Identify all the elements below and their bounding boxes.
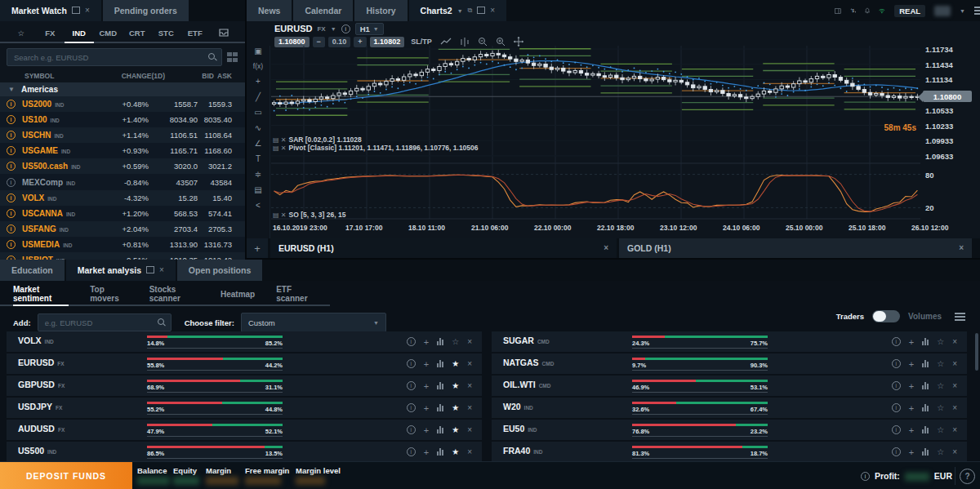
sentiment-row-sugar[interactable]: SUGARCMD24.3%75.7%i+☆× (492, 331, 967, 352)
market-watch-row-uschn[interactable]: iUSCHNIND+1.14%1106.511108.64 (0, 127, 245, 143)
open-chart-icon[interactable] (437, 426, 443, 433)
remove-icon[interactable]: × (952, 404, 957, 412)
info-icon[interactable]: i (892, 425, 901, 434)
info-icon[interactable]: i (407, 447, 416, 456)
info-icon[interactable]: i (407, 337, 416, 346)
indicators-icon[interactable]: ≑ (255, 171, 261, 179)
help-icon[interactable]: ? (960, 469, 975, 484)
add-icon[interactable]: + (424, 359, 429, 369)
open-chart-icon[interactable] (922, 426, 929, 433)
sentiment-row-eu50[interactable]: EU50IND76.8%23.2%i+☆× (492, 420, 967, 440)
open-chart-icon[interactable] (922, 382, 929, 389)
add-icon[interactable]: + (424, 403, 429, 413)
market-watch-row-volx[interactable]: iVOLXIND-4.32%15.2815.40 (0, 190, 245, 206)
remove-icon[interactable]: × (952, 338, 957, 346)
sltp-button[interactable]: SL/TP (411, 38, 432, 46)
menu-icon[interactable] (974, 7, 980, 8)
filter-tab-ind[interactable]: IND (65, 24, 94, 42)
favorite-star-icon[interactable]: ★ (452, 381, 459, 390)
market-watch-row-usmedia[interactable]: iUSMEDIAIND+0.81%1313.901316.73 (0, 237, 245, 252)
col-ask[interactable]: ASK (214, 72, 238, 80)
view-switch-icon[interactable] (227, 52, 238, 62)
sar-indicator-label[interactable]: ▤ ✕SAR [0.02,0.2] 1.11028 (273, 136, 362, 144)
info-icon[interactable]: i (892, 381, 901, 390)
instrument-info-icon[interactable]: i (7, 193, 16, 202)
add-icon[interactable]: + (909, 425, 914, 435)
tab-education[interactable]: Education (0, 260, 65, 281)
popout-icon[interactable]: ⧉ (468, 7, 473, 15)
chart-plot-area[interactable] (271, 46, 920, 220)
subtab-top-movers[interactable]: Top movers (90, 283, 127, 305)
close-icon[interactable]: × (85, 7, 90, 15)
instrument-info-icon[interactable]: i (7, 131, 16, 140)
open-chart-icon[interactable] (437, 382, 443, 389)
filter-tab-etf[interactable]: ETF (180, 24, 210, 42)
chart-tab-gold[interactable]: GOLD (H1) × (619, 238, 972, 258)
traders-volumes-toggle[interactable] (872, 310, 900, 322)
popout-icon[interactable] (146, 266, 154, 273)
info-icon[interactable]: i (407, 381, 416, 390)
share-icon[interactable]: < (256, 202, 261, 210)
favorite-star-icon[interactable]: ☆ (452, 337, 459, 346)
fx-icon[interactable]: f(x) (253, 63, 263, 70)
new-chart-button[interactable]: + (247, 238, 268, 258)
instrument-info-icon[interactable]: i (7, 178, 16, 187)
objects-icon[interactable]: ▤ (254, 186, 261, 194)
profit-info-icon[interactable]: i (861, 472, 870, 481)
favorite-star-icon[interactable]: ☆ (937, 359, 944, 368)
tab-market-watch[interactable]: Market Watch × (0, 0, 101, 21)
info-icon[interactable]: i (892, 359, 901, 368)
info-icon[interactable]: i (407, 359, 416, 368)
open-chart-icon[interactable] (922, 360, 929, 367)
instrument-info-icon[interactable]: i (7, 146, 16, 155)
add-icon[interactable]: + (909, 403, 914, 413)
favorites-filter[interactable]: ☆ (7, 24, 36, 42)
sentiment-row-volx[interactable]: VOLXIND14.8%85.2%i+☆× (7, 331, 482, 352)
so-indicator-label[interactable]: ▤ ✕SO [5, 3, 3] 26, 15 (273, 211, 345, 219)
bell-icon[interactable] (865, 6, 870, 16)
maximize-icon[interactable] (477, 7, 485, 14)
filter-tab-stc[interactable]: STC (152, 24, 181, 42)
deposit-funds-button[interactable]: DEPOSIT FUNDS (0, 462, 132, 489)
open-chart-icon[interactable] (437, 448, 443, 456)
favorite-star-icon[interactable]: ☆ (937, 403, 944, 412)
remove-icon[interactable]: × (467, 426, 472, 434)
sentiment-row-w20[interactable]: W20IND32.6%67.4%i+☆× (492, 398, 967, 418)
subtab-market-sentiment[interactable]: Market sentiment (13, 283, 69, 305)
subtab-heatmap[interactable]: Heatmap (220, 283, 255, 305)
tab-open-positions[interactable]: Open positions (177, 260, 262, 281)
open-chart-icon[interactable] (437, 360, 443, 367)
filter-tab-cmd[interactable]: CMD (94, 24, 123, 42)
open-chart-icon[interactable] (922, 404, 929, 411)
col-symbol[interactable]: SYMBOL (7, 72, 114, 80)
add-icon[interactable]: + (424, 381, 429, 391)
close-icon[interactable]: × (959, 244, 964, 252)
close-icon[interactable]: × (604, 244, 608, 252)
remove-icon[interactable]: × (952, 382, 957, 390)
sentiment-row-us500[interactable]: US500IND86.5%13.5%i+★× (7, 442, 482, 462)
remove-icon[interactable]: × (467, 382, 472, 390)
open-chart-icon[interactable] (922, 338, 929, 345)
open-chart-icon[interactable] (922, 448, 929, 456)
filter-tab-crt[interactable]: CRT (122, 24, 152, 42)
symbol-search[interactable] (7, 48, 222, 66)
market-watch-row-mexcomp[interactable]: iMEXCompIND-0.84%4350743584 (0, 174, 245, 189)
market-watch-row-us100[interactable]: iUS100IND+1.40%8034.908035.40 (0, 112, 245, 127)
zigzag-tool-icon[interactable]: ∿ (255, 124, 261, 132)
popout-icon[interactable] (72, 7, 80, 14)
fib-tool-icon[interactable]: ∠ (255, 140, 262, 148)
info-icon[interactable]: i (407, 403, 416, 412)
tab-charts2[interactable]: Charts2 ▼ ⧉ × (409, 0, 507, 21)
journal-icon[interactable] (835, 7, 841, 16)
favorite-star-icon[interactable]: ☆ (937, 447, 944, 456)
add-icon[interactable]: + (424, 447, 429, 457)
favorite-star-icon[interactable]: ★ (452, 425, 459, 434)
market-watch-row-us500.cash[interactable]: iUS500.cashIND+0.59%3020.03021.2 (0, 158, 245, 174)
tab-news[interactable]: News (247, 0, 292, 21)
add-icon[interactable]: + (909, 359, 914, 369)
sentiment-row-natgas[interactable]: NATGASCMD9.7%90.3%i+☆× (492, 353, 967, 374)
instrument-info-icon[interactable]: i (7, 224, 16, 233)
market-watch-row-usfang[interactable]: iUSFANGIND+2.04%2703.42705.3 (0, 221, 245, 237)
add-symbol-box[interactable] (38, 313, 172, 331)
chart-type-icon[interactable]: ▣ (254, 47, 261, 56)
